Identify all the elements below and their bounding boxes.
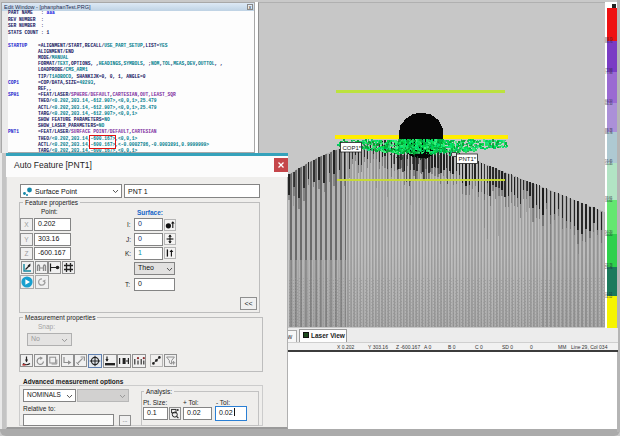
svg-text:COP1*: COP1* <box>343 145 362 151</box>
svg-text:PNT1*: PNT1* <box>459 156 477 162</box>
